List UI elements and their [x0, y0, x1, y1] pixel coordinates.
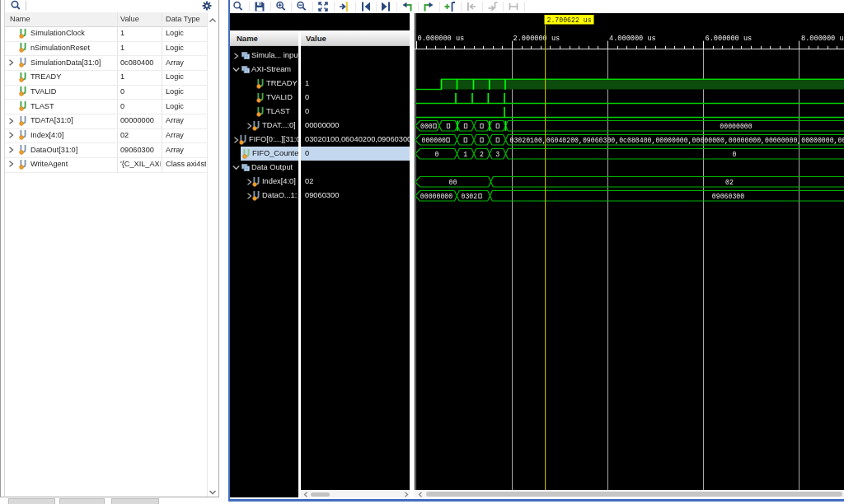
- svg-text:00: 00: [449, 179, 457, 186]
- svg-text:03020100,06040200,09060300,0c0: 03020100,06040200,09060300,0c080400,0000…: [510, 137, 844, 144]
- svg-text:2: 2: [480, 151, 484, 158]
- svg-text:000000: 000000: [422, 137, 447, 144]
- svg-text:02: 02: [725, 179, 734, 186]
- svg-text:0: 0: [733, 151, 737, 158]
- svg-text:1: 1: [463, 151, 467, 158]
- svg-text:00000000: 00000000: [420, 193, 452, 200]
- svg-text:3: 3: [495, 151, 499, 158]
- svg-text:2.700622 us: 2.700622 us: [547, 16, 592, 24]
- svg-text:09060300: 09060300: [712, 193, 744, 200]
- svg-text:2.000000 us: 2.000000 us: [513, 35, 560, 43]
- svg-text:0: 0: [435, 151, 439, 158]
- svg-text:4.000000 us: 4.000000 us: [609, 35, 656, 43]
- svg-text:8.000000 us: 8.000000 us: [801, 35, 844, 43]
- svg-text:000: 000: [420, 123, 433, 130]
- svg-text:6.000000 us: 6.000000 us: [706, 35, 753, 43]
- svg-text:0.000000 us: 0.000000 us: [418, 35, 465, 43]
- svg-text:0302: 0302: [462, 193, 478, 200]
- svg-text:00000000: 00000000: [720, 123, 752, 130]
